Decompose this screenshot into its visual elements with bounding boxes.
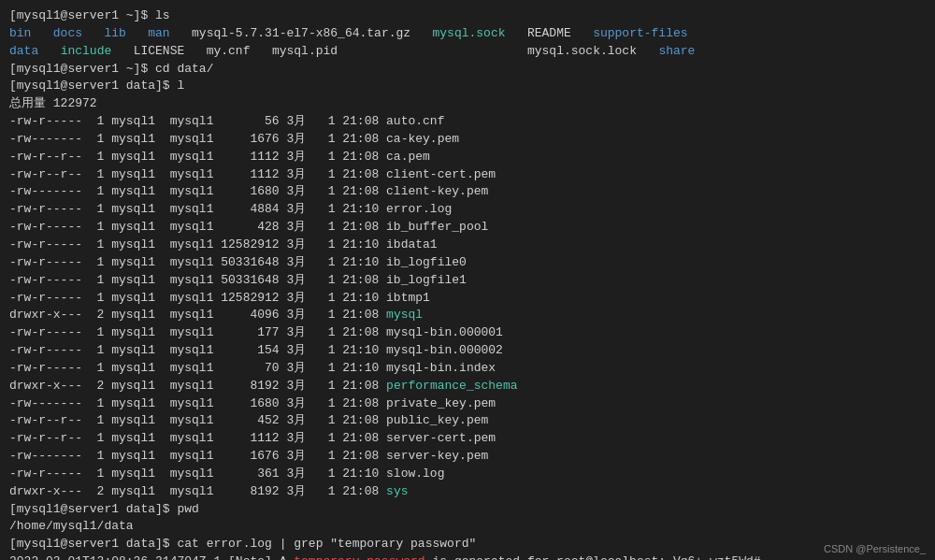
watermark: CSDN @Persistence_ bbox=[824, 543, 926, 554]
ls-output-line1: [mysql1@server1 ~]$ ls bbox=[9, 7, 926, 25]
file-server-key: -rw------- 1 mysql1 mysql1 1676 3月 1 21:… bbox=[9, 448, 926, 466]
grep-output: 2022-03-01T13:08:36.314704Z 1 [Note] A t… bbox=[9, 553, 926, 560]
file-public-key: -rw-r--r-- 1 mysql1 mysql1 452 3月 1 21:0… bbox=[9, 412, 926, 430]
file-client-key: -rw------- 1 mysql1 mysql1 1680 3月 1 21:… bbox=[9, 183, 926, 201]
ls-output-line3: data include LICENSE my.cnf mysql.pid my… bbox=[9, 43, 926, 61]
file-slow-log: -rw-r----- 1 mysql1 mysql1 361 3月 1 21:1… bbox=[9, 466, 926, 483]
dir-performance-schema: drwxr-x--- 2 mysql1 mysql1 8192 3月 1 21:… bbox=[9, 378, 926, 395]
ls-output-line2: bin docs lib man mysql-5.7.31-el7-x86_64… bbox=[9, 25, 926, 43]
terminal-window: [mysql1@server1 ~]$ ls bin docs lib man … bbox=[0, 0, 935, 560]
cd-cmd: [mysql1@server1 ~]$ cd data/ bbox=[9, 61, 926, 79]
file-ca-pem: -rw-r--r-- 1 mysql1 mysql1 1112 3月 1 21:… bbox=[9, 149, 926, 166]
file-mysql-bin-index: -rw-r----- 1 mysql1 mysql1 70 3月 1 21:10… bbox=[9, 360, 926, 378]
file-client-cert: -rw-r--r-- 1 mysql1 mysql1 1112 3月 1 21:… bbox=[9, 166, 926, 184]
file-ca-key: -rw------- 1 mysql1 mysql1 1676 3月 1 21:… bbox=[9, 131, 926, 149]
file-ibdata1: -rw-r----- 1 mysql1 mysql1 12582912 3月 1… bbox=[9, 237, 926, 254]
file-mysql-bin-1: -rw-r----- 1 mysql1 mysql1 177 3月 1 21:0… bbox=[9, 324, 926, 342]
file-ib-logfile1: -rw-r----- 1 mysql1 mysql1 50331648 3月 1… bbox=[9, 272, 926, 290]
file-error-log: -rw-r----- 1 mysql1 mysql1 4884 3月 1 21:… bbox=[9, 201, 926, 219]
l-cmd: [mysql1@server1 data]$ l bbox=[9, 78, 926, 95]
file-auto-cnf: -rw-r----- 1 mysql1 mysql1 56 3月 1 21:08… bbox=[9, 113, 926, 131]
dir-sys: drwxr-x--- 2 mysql1 mysql1 8192 3月 1 21:… bbox=[9, 483, 926, 501]
file-ib-logfile0: -rw-r----- 1 mysql1 mysql1 50331648 3月 1… bbox=[9, 254, 926, 272]
dir-mysql: drwxr-x--- 2 mysql1 mysql1 4096 3月 1 21:… bbox=[9, 307, 926, 324]
file-mysql-bin-2: -rw-r----- 1 mysql1 mysql1 154 3月 1 21:1… bbox=[9, 342, 926, 360]
file-ibtmp1: -rw-r----- 1 mysql1 mysql1 12582912 3月 1… bbox=[9, 290, 926, 308]
file-ib-buffer: -rw-r----- 1 mysql1 mysql1 428 3月 1 21:0… bbox=[9, 219, 926, 237]
pwd-cmd: [mysql1@server1 data]$ pwd bbox=[9, 501, 926, 519]
file-server-cert: -rw-r--r-- 1 mysql1 mysql1 1112 3月 1 21:… bbox=[9, 430, 926, 448]
pwd-output: /home/mysql1/data bbox=[9, 518, 926, 536]
file-private-key: -rw------- 1 mysql1 mysql1 1680 3月 1 21:… bbox=[9, 395, 926, 413]
cat-cmd: [mysql1@server1 data]$ cat error.log | g… bbox=[9, 536, 926, 553]
total-line: 总用量 122972 bbox=[9, 95, 926, 113]
